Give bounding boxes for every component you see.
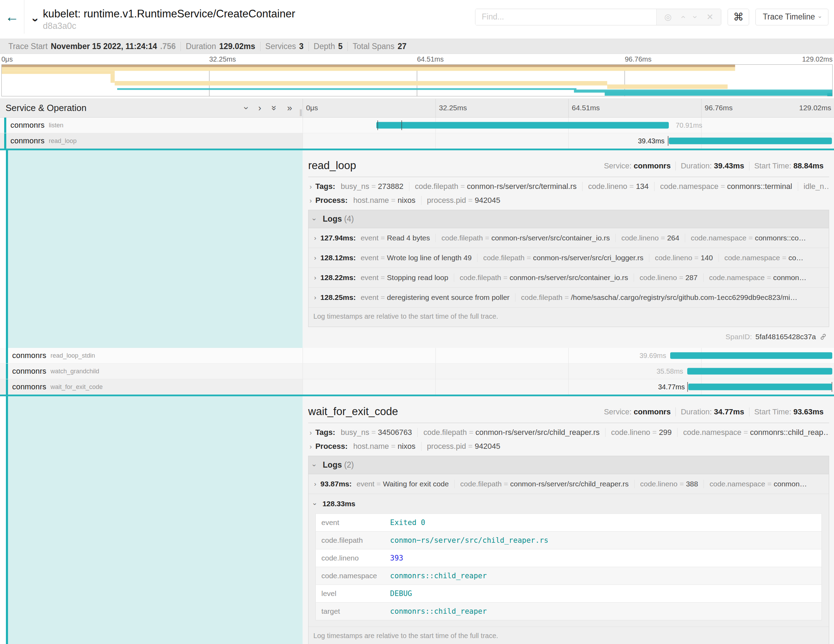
- find-input[interactable]: [475, 9, 656, 25]
- span-duration-label: 70.91ms: [676, 121, 703, 129]
- tags-row[interactable]: › Tags: busy_ns=34506763 code.filepath=c…: [308, 428, 829, 437]
- clear-search-icon[interactable]: ✕: [706, 12, 713, 22]
- log-fields-table: event Exited 0 code.filepath conmon−rs/s…: [315, 513, 822, 620]
- span-color-accent: [6, 379, 8, 395]
- find-group: ◎ › › ✕: [475, 9, 721, 25]
- trace-depth: Depth5: [309, 42, 348, 51]
- span-color-accent: [6, 396, 8, 644]
- scope-icon[interactable]: ◎: [664, 12, 672, 22]
- chevron-down-icon: ›: [816, 16, 824, 18]
- page-title: kubelet: runtime.v1.RuntimeService/Creat…: [43, 8, 295, 20]
- collapse-one-icon[interactable]: ›: [241, 107, 252, 110]
- span-bar[interactable]: [669, 138, 832, 144]
- service-name: conmonrs: [10, 136, 45, 146]
- service-name: conmonrs: [12, 367, 46, 376]
- operation-name: watch_grandchild: [50, 368, 99, 375]
- span-name-cell[interactable]: conmonrs watch_grandchild: [0, 364, 302, 379]
- keyboard-shortcuts-button[interactable]: ⌘: [727, 9, 749, 25]
- chevron-down-icon: ›: [310, 218, 318, 220]
- span-row-read-loop-stdin[interactable]: conmonrs read_loop_stdin 39.69ms: [0, 348, 834, 364]
- span-timeline-cell[interactable]: 35.58ms: [302, 364, 834, 379]
- logs-header[interactable]: › Logs (4): [309, 210, 829, 228]
- app-header: ← › kubelet: runtime.v1.RuntimeService/C…: [0, 0, 834, 34]
- span-color-accent: [4, 118, 6, 133]
- span-bar[interactable]: [376, 122, 668, 129]
- minimap-canvas[interactable]: [2, 65, 832, 96]
- log-entry[interactable]: › 93.87ms: event=Waiting for exit code c…: [309, 474, 829, 494]
- span-detail-panel: wait_for_exit_code Service: conmonrs Dur…: [302, 396, 834, 644]
- table-row: code.lineno 393: [316, 549, 822, 567]
- chevron-right-icon: ›: [314, 480, 316, 488]
- log-entry[interactable]: › 128.12ms: event=Wrote log line of leng…: [309, 248, 829, 267]
- log-entry[interactable]: › 128.22ms: event=Stopping read loop cod…: [309, 267, 829, 287]
- next-result-icon[interactable]: ›: [690, 16, 700, 18]
- logs-footnote: Log timestamps are relative to the start…: [309, 307, 829, 327]
- chevron-right-icon: ›: [310, 197, 312, 205]
- span-name-cell[interactable]: conmonrs read_loop_stdin: [0, 348, 302, 363]
- span-bar[interactable]: [687, 368, 832, 375]
- log-entry[interactable]: › 128.25ms: event=deregistering event so…: [309, 287, 829, 307]
- span-timeline-cell[interactable]: 39.43ms: [302, 133, 834, 149]
- find-controls: ◎ › › ✕: [656, 9, 721, 25]
- span-bar[interactable]: [670, 353, 832, 359]
- table-row: event Exited 0: [316, 514, 822, 532]
- view-dropdown-button[interactable]: Trace Timeline ›: [755, 9, 828, 25]
- logs-section: › Logs (2) › 93.87ms: event=Waiting for …: [308, 456, 829, 644]
- detail-service: Service: conmonrs: [599, 408, 676, 416]
- logs-footnote: Log timestamps are relative to the start…: [309, 626, 829, 644]
- operation-name: listen: [49, 122, 63, 129]
- table-row: level DEBUG: [316, 585, 822, 603]
- span-duration-label: 35.58ms: [657, 367, 684, 375]
- column-resizer[interactable]: ∥: [299, 108, 302, 117]
- chevron-down-icon[interactable]: ›: [29, 18, 43, 22]
- collapse-all-icon[interactable]: »: [269, 105, 280, 110]
- span-row-read-loop[interactable]: conmonrs read_loop 39.43ms: [0, 133, 834, 150]
- child-span-tick: [377, 120, 378, 130]
- span-name-cell[interactable]: conmonrs listen: [0, 118, 302, 133]
- service-name: conmonrs: [12, 351, 46, 360]
- detail-start-time: Start Time: 93.63ms: [749, 408, 828, 416]
- span-row-watch-grandchild[interactable]: conmonrs watch_grandchild 35.58ms: [0, 364, 834, 379]
- process-row[interactable]: › Process: host.name=nixos process.pid=9…: [308, 442, 829, 451]
- span-detail-read-loop: read_loop Service: conmonrs Duration: 39…: [0, 150, 834, 348]
- columns-header: Service & Operation › › » » ∥ 0μs 32.25m…: [0, 99, 834, 118]
- span-timeline-cell[interactable]: 34.77ms: [302, 379, 834, 395]
- prev-result-icon[interactable]: ›: [678, 16, 688, 18]
- process-row[interactable]: › Process: host.name=nixos process.pid=9…: [308, 196, 829, 205]
- service-name: conmonrs: [12, 382, 46, 392]
- service-name: conmonrs: [10, 121, 45, 130]
- chevron-right-icon: ›: [314, 234, 316, 242]
- expand-all-icon[interactable]: »: [287, 103, 292, 113]
- log-entry-expanded-header[interactable]: › 128.33ms: [309, 494, 829, 513]
- operation-name: read_loop: [49, 138, 76, 145]
- chevron-right-icon: ›: [314, 254, 316, 262]
- span-duration-label: 34.77ms: [658, 383, 685, 391]
- span-timeline-cell[interactable]: 70.91ms: [302, 118, 834, 133]
- span-timeline-cell[interactable]: 39.69ms: [302, 348, 834, 363]
- trace-summary-bar: Trace Start November 15 2022, 11:24:14.7…: [0, 39, 834, 54]
- span-bar[interactable]: [688, 384, 832, 390]
- expand-one-icon[interactable]: ›: [258, 103, 261, 113]
- chevron-right-icon: ›: [310, 443, 312, 451]
- table-row: target conmonrs::child_reaper: [316, 603, 822, 620]
- span-row-wait-for-exit-code[interactable]: conmonrs wait_for_exit_code 34.77ms: [0, 379, 834, 396]
- logs-header[interactable]: › Logs (2): [309, 456, 829, 474]
- span-duration-label: 39.43ms: [638, 137, 664, 145]
- trace-total-spans: Total Spans27: [348, 42, 411, 51]
- chevron-right-icon: ›: [310, 183, 312, 191]
- detail-duration: Duration: 34.77ms: [676, 408, 749, 416]
- timeline-minimap[interactable]: 0μs 32.25ms 64.51ms 96.76ms 129.02ms: [0, 54, 834, 96]
- minimap-tick-labels: 0μs 32.25ms 64.51ms 96.76ms 129.02ms: [2, 55, 832, 65]
- copy-link-icon[interactable]: [819, 333, 827, 341]
- back-button[interactable]: ←: [0, 0, 24, 34]
- chevron-right-icon: ›: [314, 294, 316, 301]
- span-name-cell[interactable]: conmonrs wait_for_exit_code: [0, 379, 302, 395]
- logs-section: › Logs (4) › 127.94ms: event=Read 4 byte…: [308, 210, 829, 327]
- tags-row[interactable]: › Tags: busy_ns=273882 code.filepath=con…: [308, 182, 829, 191]
- span-row-listen[interactable]: conmonrs listen 70.91ms: [0, 118, 834, 133]
- span-name-cell[interactable]: conmonrs read_loop: [0, 133, 302, 149]
- span-detail-title: read_loop: [308, 159, 356, 172]
- log-entry[interactable]: › 127.94ms: event=Read 4 bytes code.file…: [309, 228, 829, 248]
- child-span-tick: [401, 120, 402, 130]
- span-color-accent: [6, 150, 8, 348]
